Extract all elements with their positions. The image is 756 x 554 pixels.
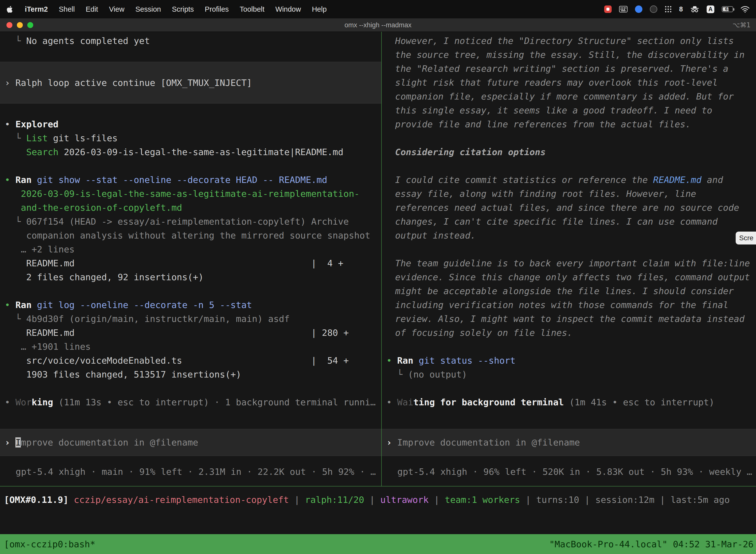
- window-title: omx --xhigh --madmax: [0, 18, 756, 32]
- terminal-line: this single essay, it seems like a good …: [386, 104, 756, 117]
- left-main-lines: • Explored └ List git ls-files Search 20…: [5, 104, 381, 409]
- terminal-line: companion analysis without altering the …: [5, 229, 381, 242]
- terminal-line: However, I noticed the "Directory Struct…: [386, 34, 756, 48]
- terminal-line: [5, 48, 381, 62]
- menu-bar-left: iTerm2ShellEditViewSessionScriptsProfile…: [6, 5, 327, 13]
- incognito-icon[interactable]: [690, 6, 699, 13]
- tmux-session-window: [omx-cczip0:bash*: [4, 539, 95, 549]
- keyboard-grid-icon[interactable]: [619, 6, 628, 12]
- battery-percent: 61: [725, 7, 730, 12]
- terminal-line: The team guideline is to back every impo…: [386, 257, 756, 270]
- menu-iterm2[interactable]: iTerm2: [25, 5, 48, 13]
- screen-share-tab-label: Scre: [739, 234, 754, 242]
- terminal-pane-right[interactable]: However, I noticed the "Directory Struct…: [382, 32, 756, 486]
- window-shortcut-badge: ⌥⌘1: [733, 18, 751, 32]
- terminal-line: the "Related research writing" section i…: [386, 62, 756, 76]
- terminal-line: changes, I can't cite specific file line…: [386, 215, 756, 229]
- left-top-lines: └ No agents completed yet: [5, 34, 381, 62]
- wifi-icon[interactable]: [741, 6, 750, 13]
- terminal-line: └ (no output): [386, 368, 756, 382]
- terminal-line: • Waiting for background terminal (1m 41…: [386, 395, 756, 409]
- tmux-host-clock: "MacBook-Pro-44.local" 04:52 31-Mar-26: [549, 539, 754, 549]
- menu-session[interactable]: Session: [135, 5, 161, 13]
- terminal-line: └ No agents completed yet: [5, 34, 381, 48]
- terminal-line: • Working (11m 13s • esc to interrupt) ·…: [5, 395, 381, 409]
- menu-shell[interactable]: Shell: [59, 5, 75, 13]
- menu-edit[interactable]: Edit: [85, 5, 98, 13]
- menu-toolbelt[interactable]: Toolbelt: [240, 5, 264, 13]
- right-status-line: gpt-5.4 xhigh · 96% left · 520K in · 5.8…: [386, 465, 756, 479]
- terminal-line: [5, 104, 381, 117]
- menu-profiles[interactable]: Profiles: [205, 5, 229, 13]
- window-title-bar: omx --xhigh --madmax ⌥⌘1: [0, 18, 756, 32]
- terminal-line: including verification notes with those …: [386, 298, 756, 312]
- terminal-line: … +1901 lines: [5, 340, 381, 354]
- terminal-line: └ 4b9d30f (origin/main, instructkr/main,…: [5, 312, 381, 326]
- terminal-line: • Ran git status --short: [386, 354, 756, 368]
- terminal-line: • Explored: [5, 117, 381, 131]
- terminal-line: 2026-03-09-is-legal-the-same-as-legitima…: [5, 187, 381, 201]
- terminal-line: output instead.: [386, 229, 756, 242]
- terminal-line: I could cite commit statistics or refere…: [386, 173, 756, 187]
- terminal-line: provide file and line references from th…: [386, 117, 756, 131]
- right-main-lines: However, I noticed the "Directory Struct…: [386, 34, 756, 409]
- terminal-line: [386, 131, 756, 145]
- right-prompt-input[interactable]: › Improve documentation in @filename: [382, 429, 756, 456]
- terminal-line: Search 2026-03-09-is-legal-the-same-as-l…: [5, 145, 381, 159]
- screen-share-tab[interactable]: Scre: [736, 232, 756, 244]
- terminal-line: └ 067f154 (HEAD -> essay/ai-reimplementa…: [5, 215, 381, 229]
- terminal-pane-left[interactable]: └ No agents completed yet › Ralph loop a…: [0, 32, 382, 486]
- pane-bottom-border: [0, 486, 756, 487]
- menu-bar: iTerm2ShellEditViewSessionScriptsProfile…: [0, 0, 756, 18]
- terminal-line: [386, 159, 756, 173]
- terminal-line: README.md | 280 +: [5, 326, 381, 340]
- menu-scripts[interactable]: Scripts: [172, 5, 194, 13]
- terminal-line: [5, 382, 381, 395]
- menu-window[interactable]: Window: [275, 5, 301, 13]
- dots-grid-icon[interactable]: [665, 6, 672, 13]
- terminal-line: [5, 284, 381, 298]
- terminal-line: slight risk that future readers may over…: [386, 76, 756, 90]
- terminal-line: └ List git ls-files: [5, 131, 381, 145]
- apple-menu[interactable]: [6, 5, 13, 13]
- omx-status-bar: [OMX#0.11.9] cczip/essay/ai-reimplementa…: [4, 493, 730, 507]
- screen-recording-stop-icon[interactable]: [604, 5, 612, 13]
- menu-items: iTerm2ShellEditViewSessionScriptsProfile…: [25, 5, 327, 13]
- terminal-line: README.md | 4 +: [5, 257, 381, 270]
- blue-app-icon[interactable]: [635, 5, 642, 13]
- dark-app-icon[interactable]: [650, 5, 657, 13]
- terminal-line: the source tree, missing the essay. Stil…: [386, 48, 756, 62]
- menu-view[interactable]: View: [109, 5, 124, 13]
- terminal-line: [386, 340, 756, 354]
- terminal-line: evidence. Since this change only affects…: [386, 270, 756, 284]
- terminal-line: and-the-erosion-of-copyleft.md: [5, 201, 381, 215]
- terminal-line: src/voice/voiceModeEnabled.ts | 54 +: [5, 354, 381, 368]
- left-status-line: gpt-5.4 xhigh · main · 91% left · 2.31M …: [5, 465, 381, 479]
- terminal-line: [386, 242, 756, 257]
- terminal-line: of focusing solely on file lines.: [386, 326, 756, 340]
- terminal-line: • Ran git show --stat --oneline --decora…: [5, 173, 381, 187]
- terminal-line: 1903 files changed, 513517 insertions(+): [5, 368, 381, 382]
- menu-help[interactable]: Help: [312, 5, 327, 13]
- thinking-heading: Considering citation options: [386, 145, 756, 159]
- terminal-line: • Ran git log --oneline --decorate -n 5 …: [5, 298, 381, 312]
- apple-logo-icon: [6, 5, 13, 13]
- left-prompt-input[interactable]: › Improve documentation in @filename: [0, 429, 381, 456]
- terminal-line: review. Also, I might want to inspect th…: [386, 312, 756, 326]
- terminal-line: essay file, along with finding root file…: [386, 187, 756, 201]
- terminal-line: references need actual files, and since …: [386, 201, 756, 215]
- menu-bar-status-icons: 8 A 61: [604, 5, 750, 13]
- ralph-loop-banner: › Ralph loop active continue [OMX_TMUX_I…: [0, 62, 381, 104]
- digit-8-icon[interactable]: 8: [679, 5, 683, 13]
- macos-desktop: iTerm2ShellEditViewSessionScriptsProfile…: [0, 0, 756, 554]
- input-source-icon[interactable]: A: [707, 5, 714, 13]
- terminal-line: … +2 lines: [5, 242, 381, 257]
- tmux-status-bar: [omx-cczip0:bash* "MacBook-Pro-44.local"…: [0, 534, 756, 554]
- terminal-line: 2 files changed, 92 insertions(+): [5, 270, 381, 284]
- terminal-line: [5, 159, 381, 173]
- terminal-line: [386, 382, 756, 395]
- terminal-line: companion file, especially if more comme…: [386, 90, 756, 104]
- battery-icon[interactable]: 61: [722, 6, 733, 12]
- terminal-line: might be acceptable alongside the file l…: [386, 284, 756, 298]
